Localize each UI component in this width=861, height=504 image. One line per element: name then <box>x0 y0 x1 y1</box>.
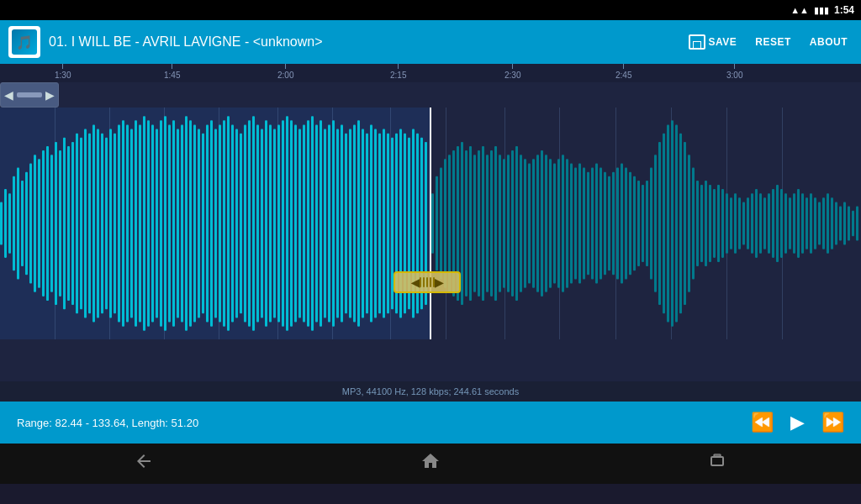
svg-rect-197 <box>822 197 825 249</box>
svg-rect-160 <box>667 124 669 322</box>
waveform-canvas[interactable]: ◀ ▶ <box>0 108 861 339</box>
time-display: 1:54 <box>834 4 854 16</box>
svg-rect-142 <box>591 168 594 280</box>
svg-rect-164 <box>684 142 686 305</box>
svg-rect-130 <box>541 150 543 297</box>
about-button[interactable]: ABOUT <box>805 33 853 51</box>
drag-right-arrow: ▶ <box>435 276 443 289</box>
waveform-container[interactable]: 1:30 1:45 2:00 2:15 2:30 2:45 3:00 ◀ <box>0 64 861 381</box>
svg-rect-200 <box>835 202 837 244</box>
svg-rect-57 <box>231 124 234 322</box>
svg-rect-2 <box>0 202 3 244</box>
svg-rect-162 <box>675 124 678 322</box>
wifi-icon: ▲▲ <box>790 5 809 15</box>
svg-rect-115 <box>478 150 480 297</box>
svg-rect-201 <box>839 207 842 241</box>
svg-rect-104 <box>431 193 434 254</box>
svg-rect-45 <box>181 124 183 322</box>
svg-rect-184 <box>768 193 770 254</box>
svg-rect-186 <box>776 185 779 262</box>
reset-button[interactable]: RESET <box>750 33 796 51</box>
svg-rect-136 <box>566 159 568 287</box>
svg-rect-203 <box>848 207 850 241</box>
svg-rect-70 <box>286 116 288 331</box>
svg-rect-61 <box>248 120 251 326</box>
zoom-right-arrow[interactable]: ▶ <box>45 88 55 102</box>
svg-rect-170 <box>709 185 711 262</box>
svg-rect-25 <box>97 129 99 318</box>
svg-rect-105 <box>436 176 438 270</box>
svg-rect-146 <box>608 176 610 270</box>
svg-rect-133 <box>553 163 556 283</box>
app-icon: 🎵 <box>8 26 40 58</box>
drag-lines <box>420 277 435 287</box>
svg-rect-171 <box>713 189 716 258</box>
svg-rect-6 <box>17 168 19 280</box>
zoom-left-arrow[interactable]: ◀ <box>4 88 13 102</box>
info-bar: MP3, 44100 Hz, 128 kbps; 244.61 seconds <box>0 381 861 402</box>
range-text: Range: 82.44 - 133.64, Length: 51.20 <box>17 417 751 429</box>
drag-handle[interactable]: ◀ ▶ <box>394 271 461 293</box>
svg-rect-181 <box>755 189 758 258</box>
svg-rect-51 <box>206 124 209 322</box>
svg-rect-107 <box>444 159 446 287</box>
svg-rect-177 <box>738 197 741 249</box>
svg-rect-196 <box>818 202 821 244</box>
svg-rect-135 <box>562 155 564 292</box>
svg-rect-125 <box>520 155 522 292</box>
svg-rect-128 <box>532 159 535 287</box>
svg-rect-66 <box>269 124 272 322</box>
svg-rect-54 <box>219 124 221 322</box>
svg-rect-91 <box>374 129 377 318</box>
svg-rect-119 <box>494 146 497 301</box>
svg-rect-178 <box>742 202 745 244</box>
svg-rect-187 <box>780 189 783 258</box>
rewind-button[interactable]: ⏪ <box>751 412 774 433</box>
svg-rect-189 <box>789 197 791 249</box>
svg-rect-52 <box>210 120 213 326</box>
svg-rect-10 <box>34 155 36 292</box>
back-button[interactable] <box>134 451 154 476</box>
svg-rect-32 <box>126 124 129 322</box>
svg-rect-120 <box>499 155 501 292</box>
svg-rect-127 <box>528 163 531 283</box>
svg-rect-83 <box>341 124 343 322</box>
svg-rect-144 <box>600 168 602 280</box>
mini-zoom-widget[interactable]: ◀ ▶ <box>0 82 59 108</box>
svg-rect-68 <box>277 124 280 322</box>
svg-rect-88 <box>362 129 364 318</box>
svg-rect-40 <box>160 120 162 326</box>
svg-rect-176 <box>734 193 737 254</box>
svg-rect-113 <box>469 146 472 301</box>
svg-rect-13 <box>46 146 49 301</box>
svg-rect-122 <box>507 155 510 292</box>
svg-rect-86 <box>353 124 356 322</box>
ruler-mark-200: 2:00 <box>277 64 293 80</box>
svg-rect-37 <box>147 120 150 326</box>
home-button[interactable] <box>420 451 441 476</box>
svg-rect-73 <box>298 129 301 318</box>
svg-rect-169 <box>705 181 707 266</box>
svg-rect-14 <box>50 155 53 292</box>
play-button[interactable]: ▶ <box>790 412 805 433</box>
svg-rect-53 <box>214 129 217 318</box>
svg-rect-33 <box>130 129 133 318</box>
svg-rect-121 <box>503 159 505 287</box>
svg-rect-49 <box>198 129 200 318</box>
svg-rect-76 <box>311 116 314 331</box>
svg-rect-163 <box>679 134 682 314</box>
save-button[interactable]: SAVE <box>684 31 742 53</box>
svg-rect-48 <box>193 124 196 322</box>
zoom-bar <box>17 92 42 97</box>
svg-rect-81 <box>332 120 335 326</box>
svg-rect-74 <box>303 124 305 322</box>
svg-rect-31 <box>122 120 124 326</box>
fast-forward-button[interactable]: ⏩ <box>821 412 844 433</box>
svg-rect-41 <box>164 116 166 331</box>
svg-rect-139 <box>578 163 581 283</box>
recent-apps-button[interactable] <box>707 451 727 476</box>
svg-rect-166 <box>692 168 695 280</box>
svg-rect-3 <box>4 189 7 258</box>
svg-rect-158 <box>658 142 661 305</box>
svg-rect-157 <box>654 155 657 292</box>
